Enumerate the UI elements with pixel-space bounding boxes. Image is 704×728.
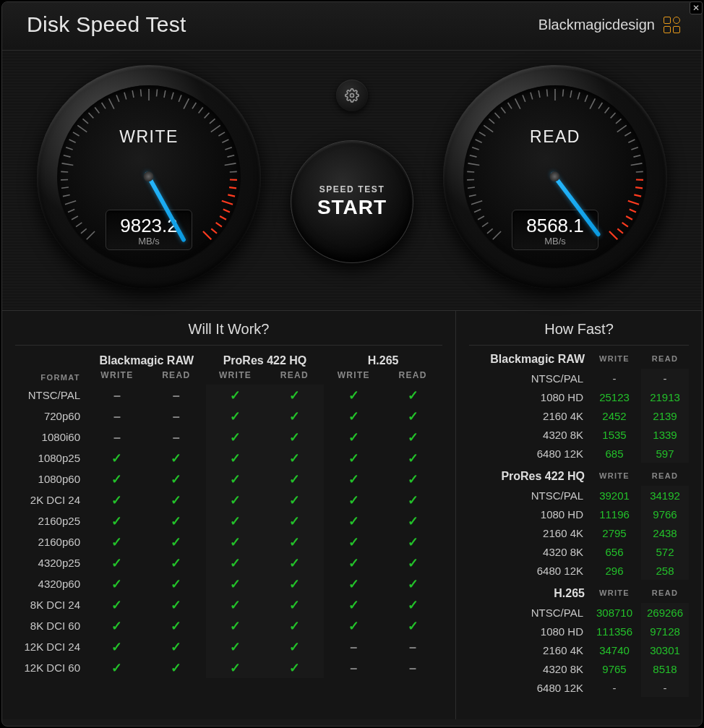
start-big-label: START: [317, 196, 387, 219]
fast-section: H.265WRITEREADNTSC/PAL3087102692661080 H…: [469, 584, 689, 697]
will-cell: ✓: [206, 531, 265, 552]
will-cell: ✓: [324, 385, 383, 406]
svg-line-56: [474, 209, 481, 212]
start-button[interactable]: SPEED TEST START: [291, 140, 413, 263]
svg-line-63: [470, 155, 477, 157]
read-gauge: READ 8568.1 MB/s: [443, 65, 667, 289]
will-cell: ✓: [383, 594, 442, 615]
svg-line-32: [199, 108, 203, 114]
fast-write-value: 9765: [591, 659, 638, 678]
svg-line-3: [72, 216, 78, 220]
will-row-label: 2K DCI 24: [15, 489, 87, 510]
will-row-label: 8K DCI 24: [15, 594, 87, 615]
svg-line-22: [124, 93, 126, 100]
svg-line-54: [482, 223, 488, 227]
will-cell: ✓: [206, 615, 265, 636]
svg-line-11: [64, 155, 71, 157]
svg-line-97: [628, 201, 639, 205]
will-cell: ✓: [147, 510, 206, 531]
will-codec-header: H.265: [324, 350, 442, 369]
will-cell: ✓: [265, 510, 325, 531]
will-row-label: 2160p25: [15, 510, 87, 531]
will-cell: ✓: [147, 657, 206, 678]
svg-line-1: [81, 228, 87, 233]
will-cell: ✓: [383, 573, 442, 594]
fast-write-value: -: [591, 369, 638, 387]
svg-line-6: [63, 194, 70, 196]
svg-line-95: [635, 187, 643, 188]
will-cell: ✓: [265, 427, 325, 447]
how-fast-panel: How Fast? Blackmagic RAWWRITEREADNTSC/PA…: [456, 311, 702, 719]
svg-line-27: [164, 90, 166, 98]
svg-line-74: [531, 93, 533, 100]
svg-line-91: [633, 155, 640, 157]
svg-line-31: [192, 103, 196, 108]
tables: Will It Work? Blackmagic RAWProRes 422 H…: [2, 311, 702, 719]
will-cell: ✓: [324, 531, 383, 552]
svg-line-45: [222, 201, 233, 205]
write-unit: MB/s: [106, 236, 192, 247]
will-cell: ✓: [87, 552, 147, 573]
svg-line-58: [469, 194, 476, 196]
svg-line-4: [68, 209, 74, 212]
will-cell: –: [147, 406, 206, 427]
will-cell: –: [383, 657, 442, 678]
svg-line-62: [468, 163, 480, 166]
will-cell: ✓: [265, 489, 325, 510]
will-cell: ✓: [87, 510, 147, 531]
will-row-label: 2160p60: [15, 531, 87, 552]
svg-line-7: [61, 187, 69, 188]
svg-line-101: [617, 228, 623, 233]
start-small-label: SPEED TEST: [319, 184, 385, 194]
fast-write-value: 34740: [591, 641, 638, 659]
close-button[interactable]: ✕: [690, 1, 703, 14]
svg-line-29: [179, 95, 181, 102]
fast-title: How Fast?: [469, 317, 689, 346]
will-cell: ✓: [265, 573, 325, 594]
will-cell: ✓: [147, 489, 206, 510]
fast-row-label: 4320 8K: [469, 542, 588, 561]
will-cell: ✓: [383, 615, 442, 636]
svg-line-26: [157, 90, 158, 97]
svg-line-80: [578, 93, 580, 100]
will-cell: ✓: [87, 615, 147, 636]
will-cell: ✓: [147, 552, 206, 573]
will-cell: ✓: [87, 573, 147, 594]
will-cell: ✓: [383, 552, 442, 573]
fast-read-value: -: [641, 369, 689, 387]
will-col-write: WRITE: [87, 369, 147, 385]
svg-line-85: [611, 113, 616, 118]
svg-line-20: [109, 98, 114, 108]
fast-row-label: 4320 8K: [469, 659, 588, 678]
will-codec-header: ProRes 422 HQ: [206, 350, 325, 369]
will-cell: ✓: [324, 468, 383, 489]
fast-read-value: 269266: [641, 603, 689, 622]
settings-button[interactable]: [336, 80, 368, 111]
app-title: Disk Speed Test: [27, 12, 186, 37]
will-cell: ✓: [87, 531, 147, 552]
will-cell: –: [87, 406, 147, 427]
will-row-label: 4320p60: [15, 573, 87, 594]
fast-read-value: 2438: [641, 523, 689, 542]
will-cell: ✓: [265, 657, 325, 678]
svg-line-73: [523, 95, 525, 102]
will-cell: –: [87, 385, 147, 406]
brand: Blackmagicdesign: [538, 17, 680, 33]
will-cell: ✓: [147, 447, 206, 468]
fast-write-value: 308710: [591, 603, 638, 622]
fast-write-value: 25123: [591, 387, 638, 406]
will-col-write: WRITE: [206, 369, 265, 385]
will-row-label: 8K DCI 60: [15, 615, 87, 636]
will-cell: ✓: [147, 615, 206, 636]
svg-line-69: [494, 113, 499, 118]
will-cell: ✓: [265, 615, 325, 636]
will-row-label: NTSC/PAL: [15, 385, 87, 406]
svg-line-61: [467, 171, 474, 172]
will-cell: –: [147, 385, 206, 406]
fast-row-label: 2160 4K: [469, 523, 588, 542]
fast-read-value: -: [641, 678, 689, 697]
will-cell: ✓: [383, 447, 442, 468]
will-cell: ✓: [265, 594, 325, 615]
svg-line-57: [471, 201, 482, 205]
will-cell: ✓: [383, 427, 442, 447]
